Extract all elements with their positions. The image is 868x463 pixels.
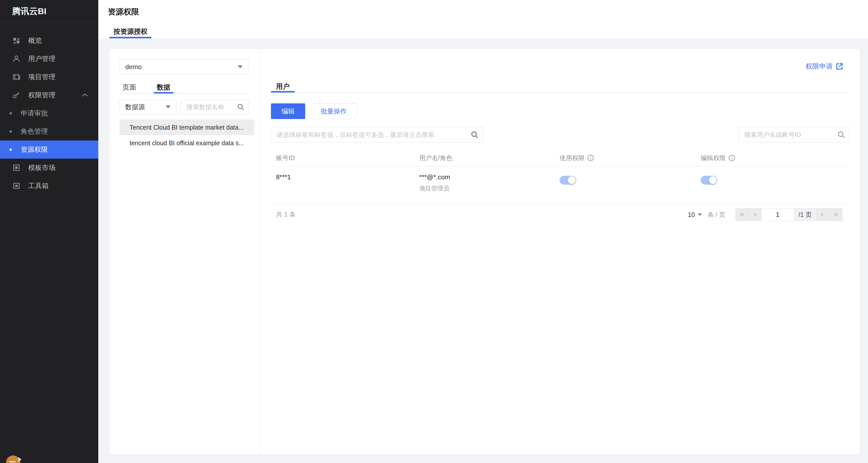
sidebar-item-toolbox[interactable]: 工具箱 — [0, 177, 98, 195]
sidebar-item-apply-approval[interactable]: 申请审批 — [0, 104, 98, 122]
app-logo: 腾讯云BI — [0, 0, 98, 23]
content-card: demo 页面 数据 数据源 Tencent Cloud BI template… — [110, 49, 860, 454]
info-icon[interactable] — [728, 154, 735, 162]
sidebar-item-template-market[interactable]: 模板市场 — [0, 158, 98, 177]
data-type-select-value: 数据源 — [125, 103, 145, 112]
resource-panel: demo 页面 数据 数据源 Tencent Cloud BI template… — [110, 49, 261, 454]
external-link-icon — [836, 62, 843, 70]
tab-data[interactable]: 数据 — [154, 82, 174, 93]
sidebar-menu: 概览 用户管理 项目管理 权限管理 申请审批 — [0, 23, 98, 195]
sidebar-subitem-label: 资源权限 — [21, 145, 48, 154]
bullet-icon — [9, 112, 12, 115]
sidebar-item-label: 用户管理 — [28, 54, 56, 63]
column-edit-permission: 编辑权限 — [701, 150, 735, 166]
sidebar-item-label: 权限管理 — [28, 90, 56, 99]
resource-type-tabs: 页面 数据 — [120, 82, 248, 93]
role-cell: 项目管理员 — [419, 184, 450, 193]
pager: 1 /1 页 — [736, 208, 842, 221]
sidebar-subitem-label: 角色管理 — [21, 127, 48, 136]
use-permission-toggle[interactable] — [559, 176, 576, 184]
list-item[interactable]: Tencent Cloud BI template market data... — [120, 119, 254, 135]
permission-panel: 权限申请 用户 编辑 批量操作 账号ID — [261, 49, 860, 454]
tab-pages[interactable]: 页面 — [120, 82, 139, 93]
page-title: 资源权限 — [108, 6, 139, 17]
project-icon — [12, 73, 21, 81]
data-type-select[interactable]: 数据源 — [120, 99, 177, 114]
next-page-button[interactable] — [816, 208, 829, 221]
tab-users[interactable]: 用户 — [271, 81, 294, 92]
sidebar: 腾讯云BI 概览 用户管理 项目管理 权限管理 — [0, 0, 98, 463]
batch-operation-button[interactable]: 批量操作 — [311, 104, 356, 119]
chevron-down-icon — [698, 213, 702, 216]
user-tabs: 用户 — [271, 81, 849, 92]
sidebar-item-role-management[interactable]: 角色管理 — [0, 122, 98, 141]
grid-icon — [12, 36, 21, 45]
chevron-down-icon — [165, 106, 170, 109]
search-icon[interactable] — [470, 131, 478, 139]
first-page-button[interactable] — [736, 208, 748, 221]
chevron-up-icon — [82, 93, 88, 97]
toggle-knob — [709, 176, 717, 184]
project-select[interactable]: demo — [120, 59, 248, 75]
page-size-select[interactable]: 10 — [688, 211, 702, 219]
table-row: 8***1 ***@*.com 项目管理员 — [271, 166, 849, 203]
data-search — [181, 99, 248, 114]
toggle-knob — [568, 176, 576, 184]
info-icon[interactable] — [587, 154, 594, 162]
tag-search-input[interactable] — [271, 127, 483, 143]
data-source-list: Tencent Cloud BI template market data...… — [120, 119, 254, 151]
sidebar-item-project-management[interactable]: 项目管理 — [0, 68, 98, 86]
sidebar-item-label: 模板市场 — [28, 163, 56, 172]
user-search-input[interactable] — [739, 127, 849, 143]
page-size-unit: 条 / 页 — [708, 210, 725, 219]
sidebar-item-label: 工具箱 — [28, 181, 49, 191]
total-count: 共 1 条 — [276, 210, 296, 219]
user-search — [739, 127, 849, 143]
bullet-icon — [9, 148, 12, 151]
sidebar-item-permission-management[interactable]: 权限管理 — [0, 86, 98, 104]
account-id-cell: 8***1 — [276, 173, 291, 181]
last-page-button[interactable] — [829, 208, 842, 221]
tab-by-resource[interactable]: 按资源授权 — [110, 26, 152, 38]
chevron-down-icon — [238, 65, 243, 68]
permission-apply-link[interactable]: 权限申请 — [806, 62, 843, 71]
column-use-permission: 使用权限 — [559, 150, 594, 166]
sidebar-item-user-management[interactable]: 用户管理 — [0, 50, 98, 68]
sidebar-item-label: 概览 — [28, 36, 42, 45]
sidebar-item-overview[interactable]: 概览 — [0, 31, 98, 50]
tag-search — [271, 127, 483, 143]
sidebar-item-label: 项目管理 — [28, 73, 56, 82]
username-cell: ***@*.com — [419, 173, 450, 181]
list-item[interactable]: tencent cloud BI official example data s… — [120, 135, 254, 151]
search-icon[interactable] — [837, 131, 845, 139]
edit-button[interactable]: 编辑 — [271, 104, 305, 119]
edit-permission-toggle[interactable] — [701, 176, 717, 184]
sidebar-item-resource-permission[interactable]: 资源权限 — [0, 141, 98, 158]
table-header: 账号ID 用户名/角色 使用权限 编辑权限 — [271, 150, 849, 166]
key-icon — [12, 91, 21, 99]
page-number-input[interactable]: 1 — [762, 208, 794, 221]
project-select-value: demo — [125, 63, 142, 71]
pagination: 共 1 条 10 条 / 页 1 /1 页 — [271, 203, 849, 226]
user-icon — [12, 55, 21, 63]
column-account-id: 账号ID — [276, 150, 295, 166]
template-icon — [12, 164, 21, 172]
column-username-role: 用户名/角色 — [419, 150, 453, 166]
page-total-label: /1 页 — [794, 208, 816, 221]
toolbox-icon — [12, 181, 21, 190]
page-header: 资源权限 按资源授权 — [98, 0, 868, 38]
prev-page-button[interactable] — [748, 208, 762, 221]
sidebar-subitem-label: 申请审批 — [21, 109, 48, 118]
search-icon[interactable] — [237, 103, 245, 111]
bullet-icon — [9, 131, 12, 133]
